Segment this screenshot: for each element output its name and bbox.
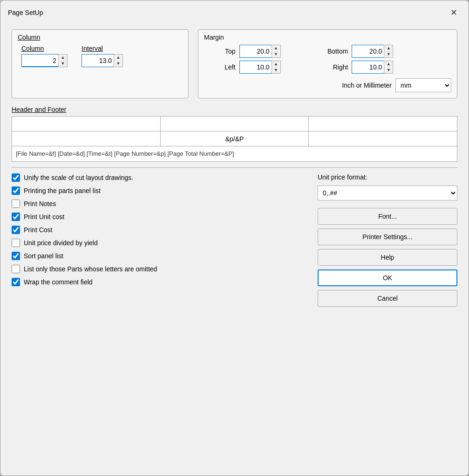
top-up[interactable]: ▲ xyxy=(272,45,280,51)
unit-label: Inch or Millimeter xyxy=(342,82,392,89)
cancel-button[interactable]: Cancel xyxy=(318,290,457,307)
hf-top-center-input[interactable] xyxy=(163,120,306,128)
hf-hint: [File Name=&f] [Date=&d] [Time=&t] [Page… xyxy=(12,146,457,162)
separator xyxy=(12,167,457,168)
right-down[interactable]: ▼ xyxy=(384,67,393,73)
interval-label: Interval xyxy=(82,45,123,52)
unit-select[interactable]: mm inch xyxy=(395,78,451,92)
top-input[interactable] xyxy=(239,45,272,58)
check-item-2: Printing the parts panel list xyxy=(12,186,308,195)
font-button[interactable]: Font... xyxy=(318,208,457,225)
column-fields: Column ▲ ▼ Interval xyxy=(18,45,183,67)
checkbox-wrap-comment[interactable] xyxy=(12,278,20,286)
left-input[interactable] xyxy=(239,61,272,74)
bottom-up[interactable]: ▲ xyxy=(384,45,393,51)
column-field-group: Column ▲ ▼ xyxy=(21,45,68,67)
bottom-spinner: ▲▼ xyxy=(352,45,410,58)
unit-row: Inch or Millimeter mm inch xyxy=(204,78,451,92)
checkbox-label-5: Print Cost xyxy=(24,226,52,234)
interval-input[interactable] xyxy=(82,54,114,67)
dialog-title: Page SetUp xyxy=(8,9,43,16)
checkbox-unify-scale[interactable] xyxy=(12,173,20,182)
hf-top-center[interactable] xyxy=(160,117,309,131)
hf-top-left-input[interactable] xyxy=(15,120,157,128)
help-button[interactable]: Help xyxy=(318,249,457,266)
top-section: Column Column ▲ ▼ Interval xyxy=(12,29,457,98)
title-bar: Page SetUp ✕ xyxy=(0,0,469,24)
checkbox-print-parts-panel[interactable] xyxy=(12,186,20,195)
bottom-label: Bottom xyxy=(301,48,348,55)
checkbox-label-7: Sort panel list xyxy=(24,252,63,260)
checkbox-sort-panel[interactable] xyxy=(12,252,20,260)
top-label: Top xyxy=(208,48,236,55)
margin-section-label: Margin xyxy=(204,34,451,41)
checkbox-label-6: Unit price divided by yield xyxy=(24,239,98,247)
checkbox-unit-price-yield[interactable] xyxy=(12,239,20,247)
hf-table xyxy=(12,116,457,146)
hf-bottom-right-input[interactable] xyxy=(312,135,454,143)
check-item-7: Sort panel list xyxy=(12,252,308,260)
margin-section: Margin Top ▲▼ Bottom ▲▼ xyxy=(198,29,457,98)
hf-bottom-center[interactable] xyxy=(160,131,309,146)
hf-bottom-right[interactable] xyxy=(309,131,457,146)
hf-top-left[interactable] xyxy=(12,117,161,131)
printer-settings-button[interactable]: Printer Settings... xyxy=(318,228,457,245)
check-item-3: Print Notes xyxy=(12,200,308,208)
right-up[interactable]: ▲ xyxy=(384,61,393,67)
left-down[interactable]: ▼ xyxy=(272,67,280,73)
bottom-area: Unify the scale of cut layout drawings. … xyxy=(12,173,457,307)
check-item-4: Print Unit cost xyxy=(12,213,308,221)
right-panel: Unit price format: 0,.## 0.## #,##0.## F… xyxy=(318,173,457,307)
interval-spinner: ▲ ▼ xyxy=(82,54,123,67)
unit-price-label: Unit price format: xyxy=(318,173,457,181)
column-input[interactable] xyxy=(21,54,59,67)
interval-up-arrow[interactable]: ▲ xyxy=(114,55,122,61)
interval-field-group: Interval ▲ ▼ xyxy=(82,45,123,67)
right-input[interactable] xyxy=(352,61,384,74)
column-section-label: Column xyxy=(18,34,183,41)
checkbox-label-9: Wrap the comment field xyxy=(24,278,93,286)
left-label: Left xyxy=(208,63,236,71)
checkbox-print-unit-cost[interactable] xyxy=(12,213,20,221)
margin-grid: Top ▲▼ Bottom ▲▼ Left xyxy=(204,45,451,74)
left-spinner: ▲▼ xyxy=(239,61,298,74)
checkbox-list-omitted[interactable] xyxy=(12,265,20,273)
check-item-1: Unify the scale of cut layout drawings. xyxy=(12,173,308,182)
checkbox-print-notes[interactable] xyxy=(12,200,20,208)
unit-price-select[interactable]: 0,.## 0.## #,##0.## xyxy=(318,186,457,200)
check-item-5: Print Cost xyxy=(12,226,308,234)
column-label: Column xyxy=(21,45,68,52)
checkboxes-area: Unify the scale of cut layout drawings. … xyxy=(12,173,308,307)
column-down-arrow[interactable]: ▼ xyxy=(59,61,67,67)
check-item-9: Wrap the comment field xyxy=(12,278,308,286)
checkbox-label-8: List only those Parts whose letters are … xyxy=(24,265,157,273)
hf-bottom-left-input[interactable] xyxy=(15,135,157,143)
checkbox-label-3: Print Notes xyxy=(24,200,56,207)
close-button[interactable]: ✕ xyxy=(446,5,461,20)
column-up-arrow[interactable]: ▲ xyxy=(59,55,67,61)
left-up[interactable]: ▲ xyxy=(272,61,280,67)
bottom-input[interactable] xyxy=(352,45,384,58)
checkbox-print-cost[interactable] xyxy=(12,226,20,234)
top-down[interactable]: ▼ xyxy=(272,51,280,57)
interval-down-arrow[interactable]: ▼ xyxy=(114,61,122,67)
checkbox-label-1: Unify the scale of cut layout drawings. xyxy=(24,174,133,181)
hf-top-right-input[interactable] xyxy=(312,120,454,128)
ok-button[interactable]: OK xyxy=(318,269,457,286)
right-label: Right xyxy=(301,63,348,71)
column-arrows: ▲ ▼ xyxy=(58,54,68,67)
hf-bottom-left[interactable] xyxy=(12,131,161,146)
page-setup-dialog: Page SetUp ✕ Column Column ▲ ▼ xyxy=(0,0,469,476)
header-footer-section: Header and Footer [File Name=&f] [Date=& xyxy=(12,106,457,162)
column-spinner: ▲ ▼ xyxy=(21,54,68,67)
bottom-down[interactable]: ▼ xyxy=(384,51,393,57)
hf-label: Header and Footer xyxy=(12,106,457,113)
dialog-content: Column Column ▲ ▼ Interval xyxy=(0,24,469,476)
column-section: Column Column ▲ ▼ Interval xyxy=(12,29,189,98)
checkbox-label-2: Printing the parts panel list xyxy=(24,187,101,194)
hf-bottom-center-input[interactable] xyxy=(163,135,306,143)
check-item-8: List only those Parts whose letters are … xyxy=(12,265,308,273)
hf-top-right[interactable] xyxy=(309,117,457,131)
right-spinner: ▲▼ xyxy=(352,61,410,74)
check-item-6: Unit price divided by yield xyxy=(12,239,308,247)
